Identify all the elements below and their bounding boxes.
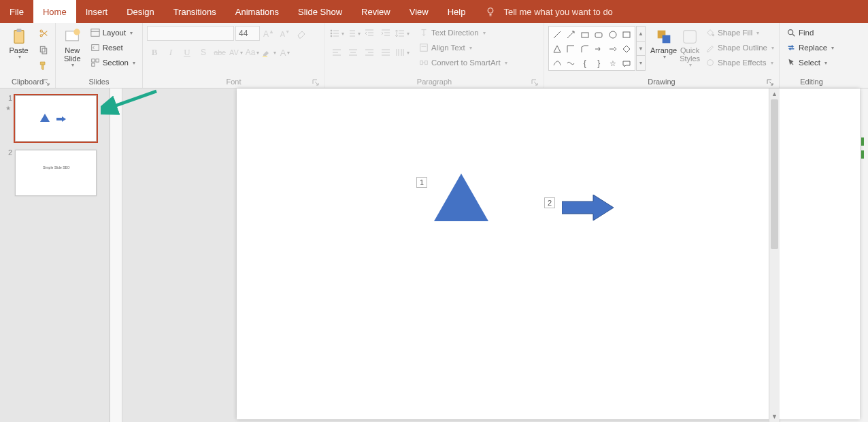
increase-indent-button[interactable]	[378, 26, 393, 41]
arrange-button[interactable]: Arrange	[650, 26, 677, 61]
ruler-vertical	[110, 88, 122, 422]
underline-button[interactable]: U	[180, 45, 195, 60]
shape-effects-button[interactable]: Shape Effects	[703, 56, 777, 69]
tab-home[interactable]: Home	[33, 0, 76, 23]
tab-review[interactable]: Review	[352, 0, 400, 23]
slide-canvas[interactable]: 1 2	[237, 88, 860, 419]
dialog-launcher-icon[interactable]	[531, 79, 538, 86]
svg-line-55	[567, 31, 574, 38]
select-button[interactable]: Select	[784, 56, 837, 69]
convert-smartart-button[interactable]: Convert to SmartArt	[416, 56, 510, 69]
shape-outline-button[interactable]: Shape Outline	[703, 41, 777, 54]
dialog-launcher-icon[interactable]	[767, 79, 773, 86]
svg-rect-14	[91, 63, 94, 66]
mini-arrow-icon	[56, 116, 66, 122]
numbering-button[interactable]	[346, 26, 361, 41]
paste-button[interactable]: Paste	[4, 26, 33, 61]
tab-slideshow[interactable]: Slide Show	[288, 0, 352, 23]
line-spacing-button[interactable]	[395, 26, 410, 41]
align-right-button[interactable]	[362, 45, 377, 60]
char-spacing-button[interactable]: AV	[229, 45, 244, 60]
highlight-button[interactable]	[261, 45, 276, 60]
change-case-button[interactable]: Aa	[245, 45, 260, 60]
tab-transitions[interactable]: Transitions	[164, 0, 226, 23]
svg-rect-59	[623, 32, 630, 37]
shape-right-arrow[interactable]	[562, 195, 614, 221]
reset-button[interactable]: Reset	[88, 41, 138, 54]
vertical-scrollbar[interactable]: ▲ ▼	[769, 88, 780, 422]
svg-point-65	[788, 30, 793, 35]
shapes-gallery[interactable]: { } ☆ ▲ ▼ ▾	[548, 26, 635, 71]
svg-rect-52	[420, 61, 423, 64]
text-direction-icon	[419, 28, 429, 37]
justify-icon	[380, 47, 391, 58]
thumbnail-2-text: Simple Slide SEO	[43, 165, 70, 169]
scroll-down-button[interactable]: ▼	[769, 411, 780, 422]
new-slide-label1: New	[65, 46, 80, 54]
cut-button[interactable]	[36, 26, 51, 41]
bold-button[interactable]: B	[147, 45, 162, 60]
strikethrough-button[interactable]: abc	[212, 45, 227, 60]
animation-indicator-icon: ★	[5, 105, 11, 112]
tell-me-search[interactable]: Tell me what you want to do	[475, 0, 622, 23]
svg-rect-9	[91, 29, 99, 37]
thumbnail-1[interactable]: 1 ★	[5, 95, 110, 142]
dialog-launcher-icon[interactable]	[312, 79, 319, 86]
font-color-button[interactable]: A	[278, 45, 293, 60]
gallery-down-button[interactable]: ▼	[637, 42, 645, 56]
gallery-more-button[interactable]: ▾	[637, 56, 645, 70]
dialog-launcher-icon[interactable]	[43, 79, 50, 86]
new-slide-button[interactable]: New Slide	[60, 26, 85, 69]
tab-design[interactable]: Design	[117, 0, 163, 23]
search-icon	[786, 28, 796, 37]
tab-file[interactable]: File	[0, 0, 33, 23]
scissors-icon	[38, 28, 49, 39]
align-center-button[interactable]	[346, 45, 361, 60]
svg-rect-62	[684, 31, 697, 44]
format-painter-button[interactable]	[36, 59, 51, 74]
animation-tag-1[interactable]: 1	[416, 177, 427, 188]
thumbnail-2[interactable]: 2 Simple Slide SEO	[5, 150, 110, 196]
pen-icon	[705, 43, 715, 52]
tab-help[interactable]: Help	[438, 0, 475, 23]
replace-button[interactable]: Replace	[784, 41, 837, 54]
font-size-input[interactable]	[235, 26, 260, 41]
effects-icon	[705, 58, 715, 67]
tab-view[interactable]: View	[400, 0, 438, 23]
align-text-button[interactable]: Align Text	[416, 41, 510, 54]
gallery-up-button[interactable]: ▲	[637, 27, 645, 42]
tab-animations[interactable]: Animations	[226, 0, 288, 23]
workspace: 1 ★ 2 Simple Slide SEO 1 2 ▲	[0, 88, 868, 422]
section-button[interactable]: Section	[88, 56, 138, 69]
group-label-drawing: Drawing	[548, 76, 775, 88]
thumbnail-number: 1	[4, 94, 12, 102]
bullets-button[interactable]	[329, 26, 344, 41]
font-name-input[interactable]	[147, 26, 234, 41]
copy-button[interactable]	[36, 42, 51, 57]
quick-styles-button[interactable]: Quick Styles	[680, 26, 700, 69]
group-clipboard: Paste Clipboard	[0, 23, 56, 88]
italic-button[interactable]: I	[163, 45, 178, 60]
columns-button[interactable]	[395, 45, 410, 60]
increase-font-button[interactable]: A▲	[261, 26, 276, 41]
find-button[interactable]: Find	[784, 26, 837, 39]
shape-fill-button[interactable]: Shape Fill	[703, 26, 777, 39]
timing-bar	[861, 150, 864, 159]
scroll-thumb[interactable]	[771, 99, 778, 249]
shape-triangle[interactable]	[434, 174, 488, 221]
layout-button[interactable]: Layout	[88, 26, 138, 39]
svg-point-63	[712, 34, 714, 36]
text-direction-button[interactable]: Text Direction	[416, 26, 510, 39]
decrease-font-button[interactable]: A▼	[278, 26, 293, 41]
new-slide-label2: Slide	[64, 54, 80, 63]
align-left-button[interactable]	[329, 45, 344, 60]
shadow-button[interactable]: S	[196, 45, 211, 60]
animation-tag-2[interactable]: 2	[544, 197, 555, 208]
scroll-up-button[interactable]: ▲	[769, 88, 780, 99]
clear-formatting-button[interactable]	[294, 26, 309, 41]
svg-rect-57	[595, 33, 602, 37]
justify-button[interactable]	[378, 45, 393, 60]
decrease-indent-button[interactable]	[362, 26, 377, 41]
tab-insert[interactable]: Insert	[76, 0, 118, 23]
section-icon	[90, 58, 100, 67]
